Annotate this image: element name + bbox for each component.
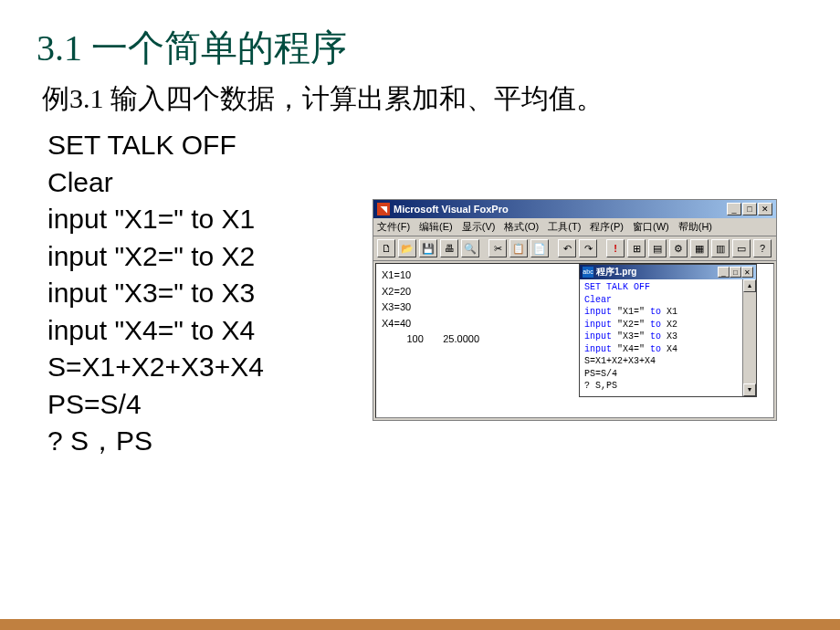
slide: 3.1 一个简单的程序 例3.1 输入四个数据，计算出累加和、平均值。 SET … — [0, 0, 840, 630]
code-line: input "X3=" to X3 — [47, 275, 264, 312]
titlebar-controls: _ □ ✕ — [727, 203, 772, 215]
menu-tools[interactable]: 工具(T) — [548, 220, 581, 234]
workspace: X1=10 X2=20 X3=30 X4=40 100 25.0000 abc … — [375, 263, 774, 418]
tool-icon[interactable]: ▦ — [690, 239, 709, 257]
menu-window[interactable]: 窗口(W) — [633, 220, 669, 234]
separator — [482, 239, 486, 257]
print-icon[interactable]: 🖶 — [440, 239, 458, 257]
form-icon[interactable]: ⊞ — [627, 239, 646, 257]
save-icon[interactable]: 💾 — [419, 239, 437, 257]
accent-bar — [0, 619, 840, 630]
slide-subtitle: 例3.1 输入四个数据，计算出累加和、平均值。 — [42, 80, 803, 118]
run-icon[interactable]: ! — [606, 239, 625, 257]
redo-icon[interactable]: ↷ — [579, 239, 597, 257]
code-line: S=X1+X2+X3+X4 — [47, 349, 264, 386]
menu-view[interactable]: 显示(V) — [462, 220, 496, 234]
maximize-button[interactable]: □ — [742, 203, 757, 215]
editor-line: Clear — [584, 294, 751, 307]
slide-title: 3.1 一个简单的程序 — [37, 23, 803, 73]
editor-line: input "X4=" to X4 — [584, 343, 751, 356]
minimize-button[interactable]: _ — [727, 203, 741, 215]
code-titlebar: abc 程序1.prg _ □ ✕ — [580, 265, 756, 279]
scrollbar-vertical[interactable]: ▴ ▾ — [742, 279, 756, 396]
code-block: SET TALK OFF Clear input "X1=" to X1 inp… — [47, 127, 264, 460]
maximize-button[interactable]: □ — [730, 267, 741, 278]
db-icon[interactable]: ▤ — [648, 239, 667, 257]
menu-format[interactable]: 格式(O) — [504, 220, 539, 234]
new-icon[interactable]: 🗋 — [377, 239, 395, 257]
editor-line: PS=S/4 — [584, 368, 751, 381]
undo-icon[interactable]: ↶ — [558, 239, 576, 257]
menubar: 文件(F) 编辑(E) 显示(V) 格式(O) 工具(T) 程序(P) 窗口(W… — [373, 218, 776, 236]
tool-icon[interactable]: ⚙ — [669, 239, 688, 257]
code-line: PS=S/4 — [47, 386, 264, 424]
code-editor-window: abc 程序1.prg _ □ ✕ SET TALK OFF Clear inp… — [579, 264, 757, 397]
code-line: Clear — [47, 164, 264, 202]
toolbar: 🗋 📂 💾 🖶 🔍 ✂ 📋 📄 ↶ ↷ ! ⊞ ▤ ⚙ ▦ ▥ ▭ ? — [373, 236, 776, 261]
preview-icon[interactable]: 🔍 — [461, 239, 479, 257]
close-button[interactable]: ✕ — [758, 203, 772, 215]
code-line: input "X1=" to X1 — [47, 201, 264, 238]
editor-line: input "X1=" to X1 — [584, 306, 751, 319]
help-icon[interactable]: ? — [753, 239, 772, 257]
close-button[interactable]: ✕ — [741, 267, 753, 278]
tool-icon[interactable]: ▥ — [711, 239, 730, 257]
editor-line: input "X2=" to X2 — [584, 319, 751, 331]
code-line: ? S，PS — [47, 423, 264, 460]
code-window-title: 程序1.prg — [596, 266, 718, 278]
open-icon[interactable]: 📂 — [398, 239, 416, 257]
copy-icon[interactable]: 📋 — [509, 239, 528, 257]
cut-icon[interactable]: ✂ — [488, 239, 507, 257]
code-line: input "X2=" to X2 — [47, 238, 264, 276]
editor-line: input "X3=" to X3 — [584, 331, 751, 343]
minimize-button[interactable]: _ — [718, 267, 730, 278]
tool-icon[interactable]: ▭ — [732, 239, 751, 257]
menu-edit[interactable]: 编辑(E) — [419, 220, 453, 234]
editor-line: S=X1+X2+X3+X4 — [584, 355, 751, 368]
scroll-down-icon[interactable]: ▾ — [743, 383, 756, 396]
titlebar: ◥ Microsoft Visual FoxPro _ □ ✕ — [373, 200, 776, 218]
code-content[interactable]: SET TALK OFF Clear input "X1=" to X1 inp… — [580, 279, 756, 396]
menu-program[interactable]: 程序(P) — [590, 220, 624, 234]
editor-line: ? S,PS — [584, 380, 751, 393]
menu-file[interactable]: 文件(F) — [377, 220, 410, 234]
editor-line: SET TALK OFF — [584, 281, 751, 294]
menu-help[interactable]: 帮助(H) — [678, 220, 712, 234]
code-line: SET TALK OFF — [47, 127, 264, 164]
separator — [600, 239, 604, 257]
vfp-window: ◥ Microsoft Visual FoxPro _ □ ✕ 文件(F) 编辑… — [373, 199, 777, 421]
paste-icon[interactable]: 📄 — [530, 239, 549, 257]
separator — [551, 239, 555, 257]
prg-icon: abc — [583, 267, 593, 278]
scroll-up-icon[interactable]: ▴ — [743, 279, 756, 292]
foxpro-icon: ◥ — [377, 203, 390, 215]
window-title: Microsoft Visual FoxPro — [394, 204, 727, 215]
code-line: input "X4=" to X4 — [47, 312, 264, 350]
